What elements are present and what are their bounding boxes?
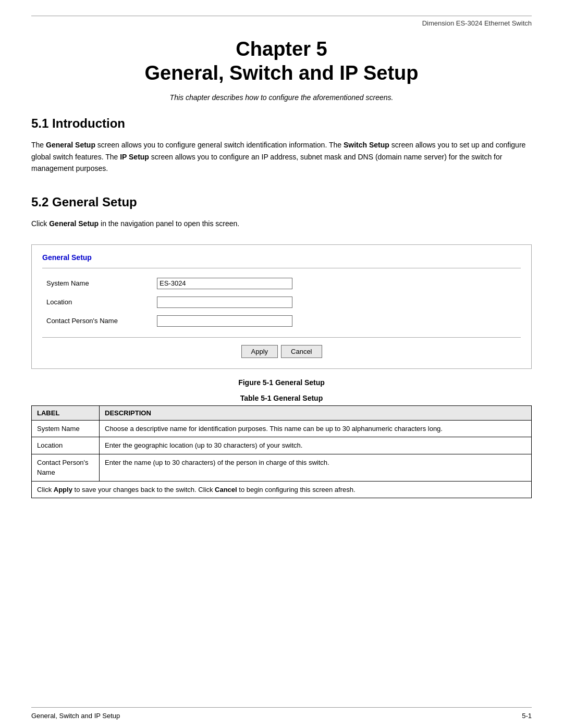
form-row-contact: Contact Person's Name [42,313,521,329]
figure-caption: Figure 5-1 General Setup [31,378,532,387]
apply-button[interactable]: Apply [241,345,278,358]
general-setup-bold: General Setup [46,141,95,149]
general-setup-table: LABEL DESCRIPTION System Name Choose a d… [31,405,532,499]
table-header-row: LABEL DESCRIPTION [32,405,532,420]
general-setup-screen: General Setup System Name Location Conta… [31,244,532,369]
apply-note-bold: Apply [54,486,72,493]
form-row-location: Location [42,294,521,310]
section-gs-title: General Setup [52,195,137,209]
contact-label: Contact Person's Name [42,317,157,325]
table-caption: Table 5-1 General Setup [31,394,532,402]
table-row: Location Enter the geographic location (… [32,437,532,454]
header-product: Dimension ES-3024 Ethernet Switch [0,16,563,27]
chapter-title-block: Chapter 5 General, Switch and IP Setup [31,38,532,85]
product-label: Dimension ES-3024 Ethernet Switch [422,19,532,27]
chapter-intro-italic: This chapter describes how to configure … [31,93,532,102]
introduction-text: The General Setup screen allows you to c… [31,139,532,174]
row-contact-label: Contact Person's Name [32,454,100,481]
section-intro-number: 5.1 [31,116,48,130]
ip-setup-bold: IP Setup [120,153,149,161]
row-system-name-desc: Choose a descriptive name for identifica… [100,420,532,437]
contact-input[interactable] [157,315,292,327]
footer-left: General, Switch and IP Setup [31,712,120,720]
location-label: Location [42,298,157,306]
cancel-button[interactable]: Cancel [281,345,322,358]
chapter-word: Chapter [236,38,316,60]
general-setup-intro: Click General Setup in the navigation pa… [31,218,532,229]
chapter-subtitle-text: General, Switch and IP Setup [144,62,418,84]
row-location-label: Location [32,437,100,454]
screen-inner-rule [42,268,521,268]
section-gs-number: 5.2 [31,195,48,209]
button-row: Apply Cancel [42,345,521,358]
screen-title: General Setup [42,253,521,262]
chapter-subtitle-italic: This chapter describes how to configure … [170,93,394,102]
chapter-heading: Chapter 5 General, Switch and IP Setup [31,38,532,85]
form-row-system-name: System Name [42,276,521,291]
row-system-name-label: System Name [32,420,100,437]
chapter-number: 5 [316,38,327,60]
system-name-input[interactable] [157,278,292,289]
system-name-label: System Name [42,279,157,287]
section-general-heading: 5.2 General Setup [31,195,532,209]
section-intro-title: Introduction [52,116,125,130]
col-header-label: LABEL [32,405,100,420]
section-introduction-heading: 5.1 Introduction [31,116,532,131]
cancel-note-bold: Cancel [215,486,237,493]
location-input[interactable] [157,297,292,308]
screen-bottom-rule [42,337,521,338]
footer: General, Switch and IP Setup 5-1 [31,707,532,728]
table-row-note: Click Apply to save your changes back to… [32,481,532,498]
general-setup-link-text: General Setup [49,219,99,228]
table-row: System Name Choose a descriptive name fo… [32,420,532,437]
switch-setup-bold: Switch Setup [344,141,389,149]
row-contact-desc: Enter the name (up to 30 characters) of … [100,454,532,481]
table-row: Contact Person's Name Enter the name (up… [32,454,532,481]
table-note-cell: Click Apply to save your changes back to… [32,481,532,498]
col-header-description: DESCRIPTION [100,405,532,420]
footer-right: 5-1 [522,712,532,720]
row-location-desc: Enter the geographic location (up to 30 … [100,437,532,454]
